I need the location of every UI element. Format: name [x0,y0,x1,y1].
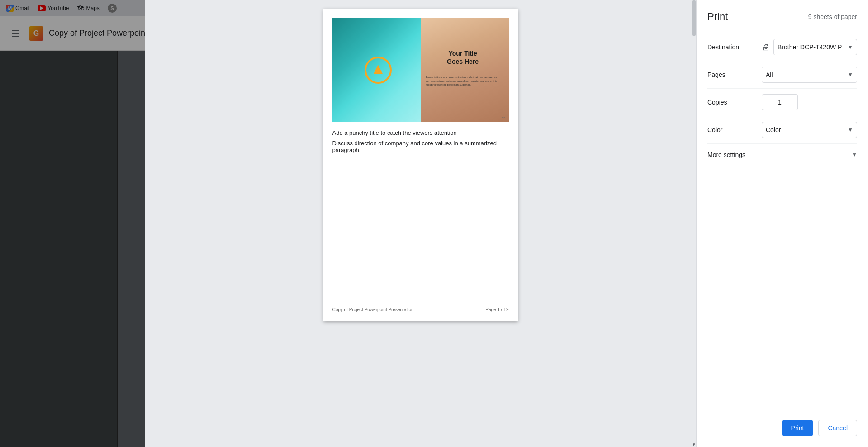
page-add-body: Discuss direction of company and core va… [332,140,509,153]
cancel-button[interactable]: Cancel [818,420,857,436]
color-value: Color ▼ [762,122,857,138]
page-footer-left: Copy of Project Powerpoint Presentation [332,307,414,312]
copies-input[interactable]: 1 [762,94,798,110]
print-dialog: ▲ ▼ Your Title Goes Here Presentations a… [145,0,868,447]
pages-select[interactable]: All ▼ [762,67,857,83]
print-header: Print 9 sheets of paper [707,11,857,23]
pages-label: Pages [707,71,762,78]
print-button[interactable]: Print [782,420,813,436]
slide-page-num: 21 [502,116,506,120]
more-settings-arrow: ▼ [852,152,857,158]
more-settings-label: More settings [707,151,745,158]
print-preview-panel: ▲ ▼ Your Title Goes Here Presentations a… [145,0,696,447]
page-footer-right: Page 1 of 9 [485,307,508,312]
destination-select-value: Brother DCP-T420W P [778,43,842,51]
slide-title: Your Title Goes Here [426,49,500,66]
copies-value: 1 [762,94,857,110]
scrollbar-down-arrow[interactable]: ▼ [692,442,696,447]
pages-row: Pages All ▼ [707,61,857,89]
more-settings-row[interactable]: More settings ▼ [707,144,857,166]
slide-sand-bg [421,18,509,122]
print-actions: Print Cancel [707,409,857,436]
printer-icon: 🖨 [762,43,770,52]
destination-value: 🖨 Brother DCP-T420W P ▼ [762,39,857,55]
scrollbar-thumb[interactable] [692,0,696,36]
slide-body-text: Presentations are communication tools th… [426,76,500,87]
destination-label: Destination [707,43,762,51]
color-dropdown-arrow: ▼ [848,127,853,133]
pages-dropdown-arrow: ▼ [848,71,853,78]
preview-scrollbar-track: ▲ ▼ [692,0,696,447]
slide-circle-icon [365,57,392,84]
slide-triangle-icon [374,65,383,74]
pages-select-value: All [766,71,773,78]
page-footer: Copy of Project Powerpoint Presentation … [332,307,509,312]
destination-row: Destination 🖨 Brother DCP-T420W P ▼ [707,33,857,61]
page-preview-container: Your Title Goes Here Presentations are c… [323,9,518,321]
pages-value: All ▼ [762,67,857,83]
color-select[interactable]: Color ▼ [762,122,857,138]
page-add-title: Add a punchy title to catch the viewers … [332,129,509,136]
print-settings-panel: Print 9 sheets of paper Destination 🖨 Br… [696,0,868,447]
destination-dropdown-arrow: ▼ [848,44,853,50]
color-select-value: Color [766,126,781,133]
destination-select[interactable]: Brother DCP-T420W P ▼ [773,39,857,55]
print-sheets-info: 9 sheets of paper [808,13,857,20]
copies-row: Copies 1 [707,89,857,116]
slide-thumbnail: Your Title Goes Here Presentations are c… [332,18,509,122]
color-label: Color [707,126,762,133]
copies-label: Copies [707,99,762,106]
print-dialog-title: Print [707,11,728,23]
color-row: Color Color ▼ [707,116,857,144]
